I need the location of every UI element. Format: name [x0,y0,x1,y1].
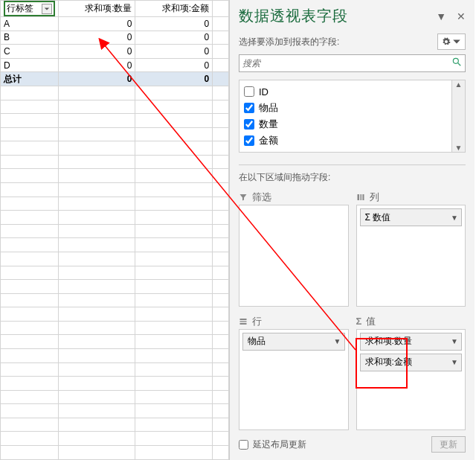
zone-rows: 行 物品▼ [239,314,349,431]
chip-sigma-values[interactable]: Σ 数值▼ [360,208,463,226]
pivot-total-row: 总计 0 0 [1,72,229,86]
chip-sum-qty[interactable]: 求和项:数量▼ [360,333,463,351]
field-list: ID 物品 数量 金额 ▲ ▼ [239,80,466,153]
header-sum-qty: 求和项:数量 [58,1,135,17]
pivot-header-row: 行标签 求和项:数量 求和项:金额 [1,1,229,17]
defer-layout-checkbox[interactable]: 延迟布局更新 [239,438,306,451]
zone-rows-body[interactable]: 物品▼ [239,329,349,431]
table-row[interactable]: C 0 0 [1,45,229,59]
zone-columns-body[interactable]: Σ 数值▼ [356,205,466,307]
svg-rect-6 [240,321,247,322]
chip-item[interactable]: 物品▼ [242,333,345,351]
search-input[interactable] [242,58,451,68]
pivot-table: 行标签 求和项:数量 求和项:金额 A 0 0 B 0 0 C 0 0 D 0 … [0,0,229,460]
gear-dropdown-button[interactable] [437,33,466,50]
svg-line-1 [458,63,461,66]
filter-icon [239,193,248,202]
gear-icon [442,37,451,46]
zone-values-body[interactable]: 求和项:数量▼ 求和项:金额▼ [356,329,466,431]
pane-options-dropdown[interactable]: ▼ [436,10,446,22]
svg-rect-4 [362,194,364,200]
table-row[interactable]: D 0 0 [1,58,229,72]
svg-rect-3 [360,194,362,200]
search-icon [451,57,462,70]
chip-sum-amt[interactable]: 求和项:金额▼ [360,354,463,371]
rows-icon [239,317,248,326]
columns-icon [356,193,365,202]
pane-close-icon[interactable]: ✕ [457,10,466,22]
field-list-scrollbar[interactable]: ▲ ▼ [451,80,465,152]
table-row[interactable]: B 0 0 [1,31,229,45]
svg-rect-5 [240,319,247,320]
chevron-down-icon [452,37,461,46]
search-input-wrap[interactable] [239,54,466,72]
field-checkbox-item[interactable]: 物品 [244,100,447,116]
field-checkbox-qty[interactable]: 数量 [244,116,447,132]
svg-rect-7 [240,323,247,325]
field-checkbox-id[interactable]: ID [244,83,447,100]
zone-filter-body[interactable] [239,205,349,307]
update-button[interactable]: 更新 [431,436,466,453]
drag-areas-label: 在以下区域间拖动字段: [230,170,475,190]
row-label-dropdown[interactable] [42,4,52,14]
scroll-up-icon: ▲ [455,80,463,89]
pivot-field-pane: 数据透视表字段 ▼ ✕ 选择要添加到报表的字段: ID 物品 [229,0,475,460]
zone-filter: 筛选 [239,190,349,307]
header-sum-amt: 求和项:金额 [135,1,213,17]
sigma-icon: Σ [356,316,362,327]
header-row-label: 行标签 [7,2,33,15]
svg-point-0 [453,58,458,63]
field-checkbox-amt[interactable]: 金额 [244,132,447,149]
scroll-down-icon: ▼ [455,144,463,152]
svg-rect-2 [357,194,359,200]
pane-title: 数据透视表字段 [239,6,348,26]
zone-columns: 列 Σ 数值▼ [356,190,466,307]
pane-subtitle: 选择要添加到报表的字段: [239,36,339,48]
table-row[interactable]: A 0 0 [1,17,229,31]
zone-values: Σ 值 求和项:数量▼ 求和项:金额▼ [356,314,466,431]
